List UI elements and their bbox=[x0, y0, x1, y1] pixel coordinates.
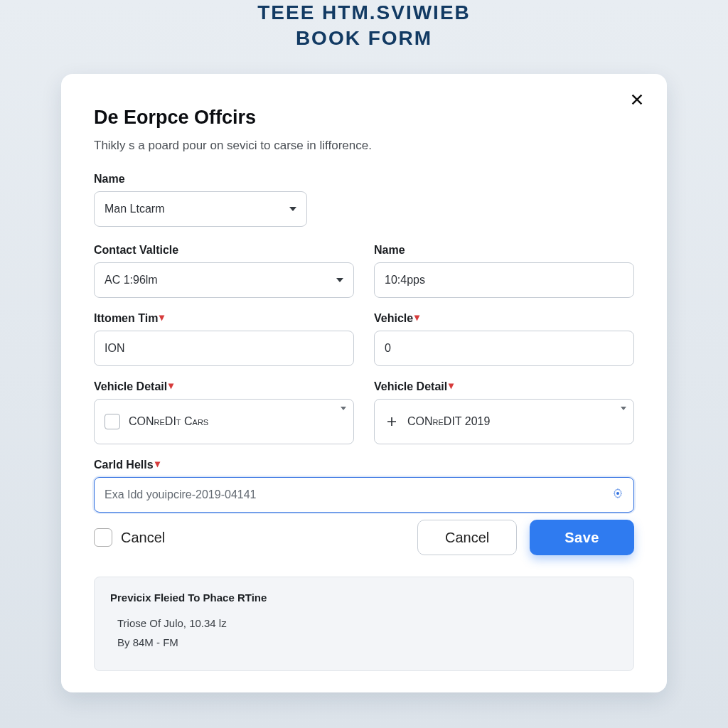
label-carld-hells: Carld Hells▾ bbox=[94, 459, 634, 471]
page-header: TEEE HTM.SVIWIEB BOOK FORM bbox=[0, 0, 728, 50]
name-top-select[interactable]: Man Ltcarm bbox=[94, 191, 307, 227]
page-header-line1: TEEE HTM.SVIWIEB bbox=[0, 1, 728, 24]
preview-panel: Previcix Fleied To Phace RTine Triose Of… bbox=[94, 577, 634, 671]
cancel-checkbox[interactable]: Cancel bbox=[94, 528, 165, 547]
plus-icon[interactable] bbox=[385, 414, 399, 429]
label-contact-valticle: Contact Valticle bbox=[94, 244, 354, 257]
page-header-line2: BOOK FORM bbox=[0, 27, 728, 50]
contact-valticle-select[interactable]: AC 1:96lm bbox=[94, 262, 354, 298]
contact-valticle-value: AC 1:96lm bbox=[105, 274, 158, 287]
checkbox-icon[interactable] bbox=[105, 414, 120, 429]
label-ittomen-tim: Ittomen Tim▾ bbox=[94, 312, 354, 325]
close-icon[interactable] bbox=[627, 90, 647, 109]
cancel-button[interactable]: Cancel bbox=[417, 520, 517, 555]
preview-title: Previcix Fleied To Phace RTine bbox=[110, 592, 618, 604]
ittomen-tim-input[interactable]: ION bbox=[94, 331, 354, 366]
vehicle-detail-left-select[interactable]: CONreDIt Cars bbox=[94, 399, 354, 444]
label-vehicle-detail-right: Vehicle Detail▾ bbox=[374, 380, 634, 393]
preview-line1: Triose Of Julo, 10.34 lz bbox=[110, 614, 618, 633]
carld-hells-input[interactable]: Exa Idd youipcire-2019-04141 bbox=[94, 477, 634, 513]
vehicle-detail-right-select[interactable]: CONreDIT 2019 bbox=[374, 399, 634, 444]
name-right-value: 10:4pps bbox=[385, 274, 425, 287]
label-name-right: Name bbox=[374, 244, 634, 257]
actions-row: Cancel Cancel Save bbox=[94, 520, 634, 555]
carld-hells-placeholder: Exa Idd youipcire-2019-04141 bbox=[105, 488, 256, 501]
preview-line2: By 84M - FM bbox=[110, 633, 618, 652]
vehicle-detail-left-option: CONreDIt Cars bbox=[129, 415, 208, 428]
gear-icon[interactable] bbox=[612, 488, 623, 502]
cancel-checkbox-label: Cancel bbox=[121, 530, 165, 546]
label-vehicle: Vehicle▾ bbox=[374, 312, 634, 325]
name-right-input[interactable]: 10:4pps bbox=[374, 262, 634, 298]
name-top-value: Man Ltcarm bbox=[105, 203, 164, 215]
ittomen-tim-value: ION bbox=[105, 342, 124, 355]
modal-card: De Eorpce Offcirs Thikly s a poard pour … bbox=[61, 74, 667, 692]
label-name-top: Name bbox=[94, 173, 307, 186]
vehicle-input[interactable]: 0 bbox=[374, 331, 634, 366]
svg-point-0 bbox=[616, 492, 619, 495]
vehicle-value: 0 bbox=[385, 342, 391, 355]
label-vehicle-detail-left: Vehicle Detail▾ bbox=[94, 380, 354, 393]
checkbox-box-icon[interactable] bbox=[94, 528, 112, 547]
modal-title: De Eorpce Offcirs bbox=[94, 107, 634, 129]
save-button[interactable]: Save bbox=[530, 520, 634, 555]
modal-subtitle: Thikly s a poard pour on sevici to carse… bbox=[94, 139, 634, 153]
vehicle-detail-right-option: CONreDIT 2019 bbox=[407, 415, 490, 428]
